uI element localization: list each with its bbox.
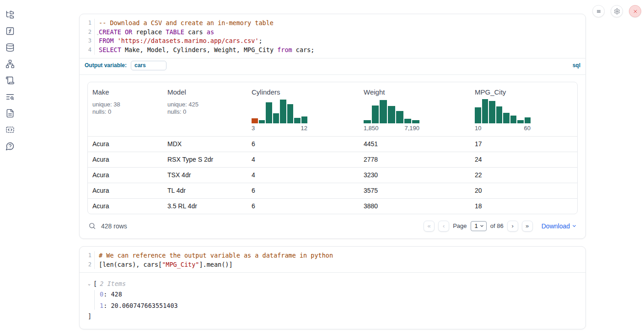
histogram-bar bbox=[364, 120, 371, 123]
table-row: AcuraRSX Type S 2dr4277824 bbox=[88, 152, 577, 167]
chevrons-left-icon: « bbox=[428, 222, 431, 229]
table-cell: 3575 bbox=[359, 187, 470, 194]
menu-button[interactable] bbox=[592, 5, 605, 17]
documentation-button[interactable] bbox=[5, 109, 15, 118]
histogram-bar bbox=[280, 100, 286, 123]
table-row: AcuraMDX6445117 bbox=[88, 136, 577, 152]
network-icon bbox=[5, 59, 15, 69]
table-cell: 18 bbox=[470, 202, 577, 210]
pagination: « ‹ Page 1 of 86 › » Download bbox=[424, 221, 577, 232]
file-tree-icon bbox=[5, 10, 15, 19]
chevrons-right-icon: » bbox=[526, 222, 529, 229]
table-row: AcuraTSX 4dr4323022 bbox=[88, 167, 577, 183]
close-bracket: ] bbox=[88, 312, 577, 321]
table-cell: 6 bbox=[247, 140, 359, 148]
help-button[interactable] bbox=[5, 142, 15, 151]
histogram-axis-labels: 1,8507,190 bbox=[364, 125, 419, 132]
close-icon bbox=[632, 8, 639, 15]
help-bubble-icon bbox=[5, 142, 15, 151]
database-icon bbox=[5, 43, 15, 52]
output-variable-label: Output variable: bbox=[85, 62, 127, 69]
column-name: Cylinders bbox=[252, 88, 355, 96]
list-item: 1: 20.060747663551403 bbox=[100, 301, 577, 310]
language-badge: sql bbox=[573, 62, 580, 69]
function-square-icon bbox=[5, 26, 15, 36]
first-page-button[interactable]: « bbox=[424, 221, 435, 232]
chevron-down-icon bbox=[572, 223, 577, 228]
histogram-bar bbox=[396, 111, 403, 123]
code-line: 1# We can reference the output variable … bbox=[80, 251, 585, 260]
chevron-right-icon: › bbox=[512, 222, 514, 229]
histogram-bar bbox=[404, 119, 412, 123]
table-row: Acura3.5 RL 4dr6388018 bbox=[88, 198, 577, 214]
line-number: 1 bbox=[80, 251, 95, 260]
code-line: 1-- Download a CSV and create an in-memo… bbox=[80, 19, 585, 28]
functions-button[interactable] bbox=[5, 26, 15, 36]
shutdown-button[interactable] bbox=[629, 5, 641, 17]
table-cell: 2778 bbox=[359, 156, 470, 163]
histogram-bar bbox=[287, 104, 294, 123]
chevron-left-icon: ‹ bbox=[443, 222, 445, 229]
column-header-weight[interactable]: Weight1,8507,190 bbox=[359, 82, 470, 136]
dependency-graph-button[interactable] bbox=[5, 59, 15, 69]
table-cell: 20 bbox=[470, 187, 577, 194]
table-cell: 4451 bbox=[359, 140, 470, 148]
column-header-make[interactable]: Makeunique: 38nulls: 0 bbox=[88, 82, 163, 136]
code-line: 4SELECT Make, Model, Cylinders, Weight, … bbox=[80, 46, 585, 55]
column-stats: unique: 425nulls: 0 bbox=[167, 101, 243, 116]
table-cell: 24 bbox=[470, 156, 577, 163]
open-bracket: [ bbox=[93, 279, 97, 288]
python-code-editor[interactable]: 1# We can reference the output variable … bbox=[80, 247, 585, 272]
column-header-model[interactable]: Modelunique: 425nulls: 0 bbox=[163, 82, 247, 136]
histogram-bar bbox=[475, 107, 481, 123]
page-select[interactable]: 1 bbox=[471, 221, 487, 231]
column-header-mpg_city[interactable]: MPG_City1060 bbox=[470, 82, 577, 136]
table-cell: Acura bbox=[88, 187, 163, 194]
column-header-cylinders[interactable]: Cylinders312 bbox=[247, 82, 359, 136]
histogram-bar bbox=[525, 117, 531, 123]
snippets-button[interactable] bbox=[5, 125, 15, 134]
column-name: MPG_City bbox=[475, 88, 574, 96]
settings-button[interactable] bbox=[611, 5, 623, 17]
download-button[interactable]: Download bbox=[542, 222, 577, 230]
table-cell: 4 bbox=[247, 156, 359, 163]
python-cell: 1# We can reference the output variable … bbox=[79, 246, 586, 329]
sql-cell: 1-- Download a CSV and create an in-memo… bbox=[79, 14, 586, 239]
download-label: Download bbox=[542, 222, 570, 230]
histogram-bar bbox=[388, 106, 395, 123]
output-variable-input[interactable] bbox=[131, 61, 166, 70]
scratchpad-button[interactable] bbox=[5, 76, 15, 85]
chevron-down-icon bbox=[480, 224, 484, 228]
next-page-button[interactable]: › bbox=[507, 221, 518, 232]
line-number: 3 bbox=[80, 37, 95, 46]
collapse-icon[interactable]: ⌄ bbox=[88, 279, 91, 288]
search-icon[interactable] bbox=[88, 222, 96, 230]
table-cell: 3880 bbox=[359, 202, 470, 210]
logs-button[interactable] bbox=[5, 92, 15, 101]
histogram-bar bbox=[273, 113, 279, 123]
notebook: 1-- Download a CSV and create an in-memo… bbox=[79, 0, 586, 329]
gear-icon bbox=[614, 8, 620, 15]
sql-code-editor[interactable]: 1-- Download a CSV and create an in-memo… bbox=[80, 14, 585, 58]
histogram-bar bbox=[372, 106, 379, 123]
file-explorer-button[interactable] bbox=[5, 10, 15, 19]
histogram-weight: 1,8507,190 bbox=[364, 99, 419, 132]
histogram-axis-labels: 312 bbox=[252, 125, 307, 132]
table-cell: 3230 bbox=[359, 171, 470, 179]
line-number: 1 bbox=[80, 19, 95, 28]
marimo-notebook-app: 1-- Download a CSV and create an in-memo… bbox=[0, 0, 644, 333]
last-page-button[interactable]: » bbox=[522, 221, 533, 232]
table-cell: TL 4dr bbox=[163, 187, 247, 194]
fold-chevron-icon[interactable]: ⌄ bbox=[97, 29, 99, 38]
histogram-bar bbox=[489, 101, 495, 123]
table-cell: RSX Type S 2dr bbox=[163, 156, 247, 163]
table-cell: 22 bbox=[470, 171, 577, 179]
histogram-bar bbox=[301, 116, 308, 123]
line-number: 2 bbox=[80, 260, 95, 270]
table-cell: 4 bbox=[247, 171, 359, 179]
data-table: Makeunique: 38nulls: 0Modelunique: 425nu… bbox=[87, 82, 578, 214]
prev-page-button[interactable]: ‹ bbox=[438, 221, 449, 232]
datasources-button[interactable] bbox=[5, 43, 15, 52]
table-cell: MDX bbox=[163, 140, 247, 148]
histogram-bar bbox=[380, 100, 387, 123]
